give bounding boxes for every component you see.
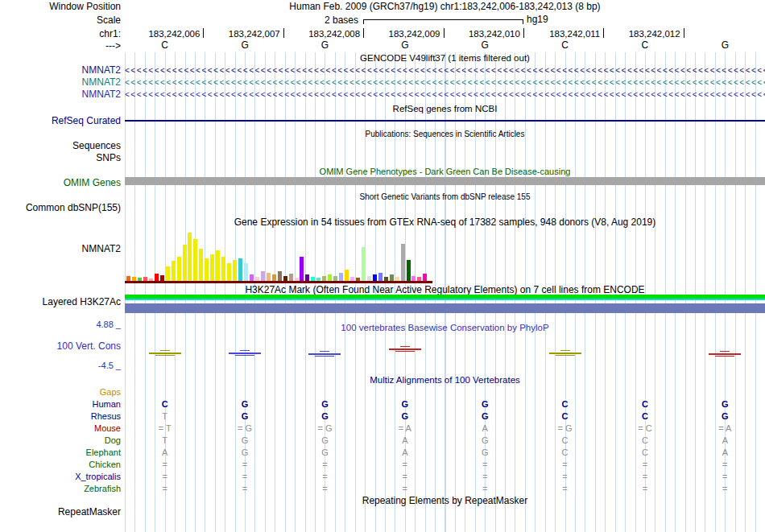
alignment-base: C: [125, 399, 205, 410]
gtex-expression-bar: [423, 274, 427, 281]
alignment-base: =: [525, 472, 605, 482]
gtex-expression-bar: [250, 274, 254, 281]
gtex-expression-bar: [188, 233, 192, 281]
gtex-expression-bar: [272, 274, 276, 281]
reference-base: G: [365, 40, 445, 51]
alignment-base: =: [365, 484, 445, 494]
conservation-wiggle-mark: [549, 353, 581, 354]
track-label-species-elephant[interactable]: Elephant: [0, 447, 121, 458]
alignment-base: T: [125, 411, 205, 422]
conservation-min-value: -4.5 _: [0, 361, 121, 371]
conservation-wiggle-mark: [720, 351, 730, 352]
alignment-base: G: [365, 399, 445, 410]
h3k27ac-layer-slate: [125, 303, 765, 313]
alignment-base: =: [285, 472, 365, 482]
reference-base: G: [445, 40, 525, 51]
alignment-base: G: [365, 411, 445, 422]
gencode-transcript-arrows[interactable]: <<<<<<<<<<<<<<<<<<<<<<<<<<<<<<<<<<<<<<<<…: [125, 89, 765, 100]
track-label-species-x_tropicalis[interactable]: X_tropicalis: [0, 472, 121, 482]
ruler-coordinate: 183,242,007: [192, 29, 280, 39]
alignment-base: =: [605, 460, 684, 470]
alignment-base: = T: [125, 423, 205, 434]
window-position-label: Window Position: [0, 2, 121, 12]
track-label-refseq-curated[interactable]: RefSeq Curated: [0, 116, 121, 126]
conservation-wiggle-mark: [709, 353, 741, 355]
track-label-repeatmasker[interactable]: RepeatMasker: [0, 507, 121, 518]
chromosome-label: chr1:: [0, 29, 121, 39]
alignment-base: G: [205, 447, 284, 458]
gtex-expression-bar: [261, 271, 265, 281]
alignment-base: =: [205, 484, 284, 494]
alignment-base: =: [205, 472, 284, 482]
h3k27ac-layer-cyan: [125, 299, 765, 300]
gtex-expression-bar: [160, 275, 164, 281]
alignment-base: G: [685, 411, 765, 422]
gencode-transcript-arrows[interactable]: <<<<<<<<<<<<<<<<<<<<<<<<<<<<<<<<<<<<<<<<…: [125, 77, 765, 88]
gtex-expression-bar: [172, 261, 176, 281]
gtex-expression-bar: [205, 258, 209, 281]
alignment-base: C: [525, 411, 605, 422]
dbsnp-track-header: Short Genetic Variants from dbSNP releas…: [125, 192, 765, 202]
track-label-layered-h3k27ac[interactable]: Layered H3K27Ac: [0, 297, 121, 307]
track-label-common-dbsnp[interactable]: Common dbSNP(155): [0, 203, 121, 213]
gtex-expression-bar: [233, 260, 237, 281]
alignment-base: G: [285, 399, 365, 410]
gtex-expression-bar: [155, 274, 159, 281]
alignment-base: A: [445, 423, 525, 434]
alignment-base: G: [445, 435, 525, 446]
track-label-species-human[interactable]: Human: [0, 399, 121, 410]
gtex-expression-bar: [345, 270, 349, 281]
alignment-base: = G: [285, 423, 365, 434]
gtex-expression-bar: [166, 266, 170, 281]
multiz-track-header: Multiz Alignments of 100 Vertebrates: [125, 375, 765, 386]
track-label-snps[interactable]: SNPs: [0, 153, 121, 163]
alignment-base: =: [605, 472, 684, 482]
reference-base: C: [525, 40, 605, 51]
conservation-wiggle-mark: [160, 350, 170, 351]
alignment-base: = G: [525, 423, 605, 434]
track-label-species-gaps[interactable]: Gaps: [0, 387, 121, 398]
gtex-expression-bar: [278, 271, 282, 281]
track-label-species-rhesus[interactable]: Rhesus: [0, 411, 121, 422]
alignment-base: C: [525, 399, 605, 410]
gtex-expression-bar: [362, 247, 366, 281]
reference-base: C: [125, 40, 205, 51]
gtex-expression-bar: [216, 250, 220, 281]
track-label-gencode-transcript[interactable]: NMNAT2: [0, 65, 121, 76]
alignment-base: = C: [605, 423, 684, 434]
gtex-expression-bar: [378, 273, 382, 281]
alignment-base: =: [685, 484, 765, 494]
track-label-gtex-gene[interactable]: NMNAT2: [0, 244, 121, 254]
omim-gene-bar: [125, 177, 765, 185]
alignment-base: C: [605, 435, 684, 446]
track-label-species-dog[interactable]: Dog: [0, 435, 121, 446]
alignment-base: =: [205, 460, 284, 470]
track-label-100-vert-cons[interactable]: 100 Vert. Cons: [0, 341, 121, 352]
alignment-base: =: [285, 484, 365, 494]
gtex-expression-bar: [210, 254, 214, 281]
alignment-base: G: [285, 435, 365, 446]
alignment-base: =: [125, 472, 205, 482]
track-label-species-zebrafish[interactable]: Zebrafish: [0, 484, 121, 494]
alignment-base: =: [125, 484, 205, 494]
omim-track-header: OMIM Gene Phenotypes - Dark Green Can Be…: [125, 167, 765, 177]
track-label-gencode-transcript[interactable]: NMNAT2: [0, 89, 121, 100]
gtex-expression-bar: [221, 257, 225, 281]
track-label-species-chicken[interactable]: Chicken: [0, 460, 121, 470]
gtex-expression-bar: [328, 274, 332, 281]
track-label-omim-genes[interactable]: OMIM Genes: [0, 178, 121, 188]
ruler-coordinate: 183,242,012: [592, 29, 680, 39]
conservation-wiggle-mark: [235, 355, 254, 356]
track-label-sequences[interactable]: Sequences: [0, 141, 121, 151]
alignment-base: G: [205, 435, 284, 446]
gencode-track-header: GENCODE V49lift37 (1 items filtered out): [125, 53, 765, 64]
strand-direction-label: --->: [0, 41, 121, 52]
reference-base: G: [205, 40, 284, 51]
reference-base: G: [685, 40, 765, 51]
track-label-species-mouse[interactable]: Mouse: [0, 423, 121, 434]
gencode-transcript-arrows[interactable]: <<<<<<<<<<<<<<<<<<<<<<<<<<<<<<<<<<<<<<<<…: [125, 65, 765, 76]
track-label-gencode-transcript[interactable]: NMNAT2: [0, 77, 121, 88]
alignment-base: A: [685, 447, 765, 458]
alignment-base: C: [605, 447, 684, 458]
gtex-expression-bar: [177, 257, 181, 281]
